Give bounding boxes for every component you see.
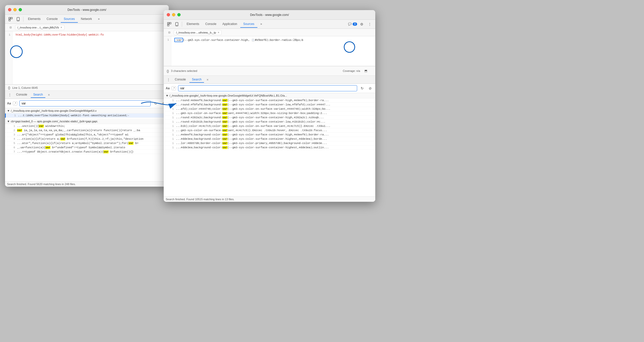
result-line-7-left: 6 <box>10 146 15 149</box>
file-tab-left[interactable]: /_/mss/boq-one-...t,_stam,jMb2Vb × <box>15 25 64 30</box>
result-text-6-left: ...ator",function(a){if(a)return a;a=Sym… <box>17 142 139 145</box>
panel-menu-icon-left[interactable]: ⋮ <box>7 93 13 97</box>
maximize-button-right[interactable] <box>177 13 181 16</box>
close-button-left[interactable] <box>8 8 11 11</box>
inspect-icon[interactable] <box>7 16 14 23</box>
result-row-12-right[interactable]: 1 ...#dde3ea;background-color:var(--gm3-… <box>164 146 375 150</box>
tab-more-left[interactable]: » <box>95 16 103 23</box>
result-file-header-2-left[interactable]: ▼ cb=gapi.loaded_0 — apis.google.com/_/s… <box>5 119 169 124</box>
coverage-label-right: Coverage: n/a <box>343 69 360 72</box>
search-input-left[interactable] <box>19 100 151 106</box>
result-line-2-left: 1 <box>10 125 15 128</box>
tab-console-left[interactable]: Console <box>44 16 61 23</box>
code-content-right[interactable]: :var(--gm3-sys-color-surface-container-h… <box>171 36 375 66</box>
file-tab-close-right[interactable]: × <box>218 31 219 34</box>
result-row-3-right[interactable]: 1 ...afd);color:#444746;color:var(--gm3-… <box>164 107 375 111</box>
panel-tab-search-right[interactable]: Search <box>189 77 204 83</box>
search-refresh-btn-right[interactable]: ↻ <box>359 86 365 91</box>
panel-close-left[interactable]: × <box>46 92 51 97</box>
result-text-1-left: ...t:100%;overflow:hidden}body{-webkit-f… <box>18 114 129 117</box>
search-aa-left[interactable]: Aa <box>7 102 11 105</box>
result-row-1-left[interactable]: 1 ...t:100%;overflow:hidden}body{-webkit… <box>5 113 169 118</box>
result-row-8-right[interactable]: 1 ...gm3-sys-color-on-surface-variant,#c… <box>164 128 375 133</box>
panel-tab-console-left[interactable]: Console <box>14 92 30 98</box>
search-footer-left: Search finished. Found 5620 matching lin… <box>5 181 169 187</box>
result-row-2-right[interactable]: 1 ...round:#f8fafd;background:var(--gm3-… <box>164 103 375 107</box>
result-row-7-left[interactable]: 6 _.ua=function(a){var b="undefined"!=ty… <box>5 146 169 150</box>
result-row-11-right[interactable]: 1 ...lor:#0b57d0;border-color:var(--gm3-… <box>164 141 375 146</box>
panel-menu-icon-right[interactable]: ⋮ <box>166 78 171 82</box>
result-row-4-right[interactable]: 1 ...gm3-sys-color-on-surface-variant,#4… <box>164 111 375 116</box>
line-numbers-left: 1 <box>5 31 13 84</box>
maximize-button-left[interactable] <box>19 8 22 11</box>
inspect-icon-right[interactable] <box>166 21 173 28</box>
tab-console-right[interactable]: Console <box>202 21 219 28</box>
tab-application-right[interactable]: Application <box>219 21 240 28</box>
panel-close-right[interactable]: × <box>205 77 210 82</box>
tab-sources-right[interactable]: Sources <box>240 21 257 28</box>
result-row-1-right[interactable]: 1 ...round:#e9eef6;background:var(--gm3-… <box>164 98 375 103</box>
minimize-button-right[interactable] <box>172 13 175 16</box>
tab-more-right[interactable]: » <box>257 21 265 28</box>
minimize-button-left[interactable] <box>13 8 17 11</box>
result-line-10-right: 1 <box>169 137 174 140</box>
tab-elements-right[interactable]: Elements <box>184 21 202 28</box>
mobile-icon-right[interactable] <box>173 21 180 28</box>
title-bar-right: DevTools - www.google.com/ <box>164 10 375 20</box>
result-row-6-right[interactable]: 1 ...round:#1b1b1b;background:var(--gm3-… <box>164 120 375 124</box>
search-aa-right[interactable]: Aa <box>166 87 170 90</box>
window-title-left: DevTools - www.google.com/ <box>67 8 106 12</box>
sidebar-toggle-left[interactable]: ⊡ <box>7 24 14 31</box>
panel-tab-search-left[interactable]: Search <box>31 92 45 98</box>
result-file-arrow-1-left: ▼ <box>7 109 10 112</box>
result-row-2-left[interactable]: 1 ...unction(){var window=this; <box>5 124 169 128</box>
line-numbers-right: 1 <box>164 36 171 66</box>
result-text-9-right: ...#e9eef6;background-color:var(--gm3-sy… <box>176 133 329 136</box>
result-row-9-right[interactable]: 1 ...#e9eef6;background-color:var(--gm3-… <box>164 133 375 137</box>
search-regex-left[interactable]: .* <box>13 101 17 105</box>
settings-icon-right[interactable]: ⚙ <box>358 21 365 28</box>
result-line-1-left: 1 <box>11 114 16 117</box>
tab-sources-left[interactable]: Sources <box>61 16 78 23</box>
search-input-right[interactable] <box>178 85 357 91</box>
code-rest-right: (--gm3-sys-color-surface-container-high,… <box>183 38 303 42</box>
result-line-11-right: 1 <box>169 142 174 145</box>
file-tab-close-left[interactable]: × <box>60 26 62 29</box>
close-button-right[interactable] <box>167 13 170 16</box>
panel-tab-console-right[interactable]: Console <box>172 77 188 83</box>
mobile-icon[interactable] <box>15 16 22 23</box>
search-results-right: ▼ /_/mss/boq-one-google/_/ss/k=boq-one-g… <box>164 93 375 196</box>
result-row-7-right[interactable]: 1 ...b1b);color:#c4c7c5;color:var(--gm3-… <box>164 124 375 128</box>
search-clear-btn-right[interactable]: ⊘ <box>367 86 373 91</box>
tab-elements-left[interactable]: Elements <box>25 16 44 23</box>
coverage-expand-btn[interactable]: ⬒ <box>362 67 369 74</box>
result-text-1-right: ...round:#e9eef6;background:var(--gm3-sy… <box>176 99 329 102</box>
result-text-2-right: ...round:#f8fafd;background:var(--gm3-sy… <box>176 103 330 106</box>
result-file-header-1-right[interactable]: ▼ /_/mss/boq-one-google/_/ss/k=boq-one-g… <box>164 93 375 98</box>
sidebar-toggle-right[interactable]: ⊡ <box>166 29 173 36</box>
file-tab-label-right: /_/mss/boq-one-...uthview,_b,_tp <box>176 31 216 34</box>
result-row-3-left[interactable]: 2 var ia,ja,la,sa,ta,xa,ya,Ba;_.ca=funct… <box>5 128 169 133</box>
result-row-6-left[interactable]: 5 ...ator",function(a){if(a)return a;a=S… <box>5 141 169 146</box>
toolbar-divider-right <box>182 22 182 27</box>
search-bar-right: Aa .* ↻ ⊘ <box>164 84 375 93</box>
file-tab-right[interactable]: /_/mss/boq-one-...uthview,_b,_tp × <box>174 30 222 35</box>
search-regex-right[interactable]: .* <box>172 86 176 90</box>
code-area-left: 1 html,body{height:100%;overflow:hidden}… <box>5 31 169 84</box>
result-row-5-right[interactable]: 1 ...round:#282a2c;background:var(--gm3-… <box>164 116 375 120</box>
result-text-4-left: ...a=["object"==typeof globalThis&&globa… <box>17 133 128 136</box>
result-text-8-left: ...==typeof Object.create?Object.create:… <box>17 150 133 153</box>
result-row-5-left[interactable]: 4 ...ction(a){if(a)return a;var b=functi… <box>5 137 169 141</box>
result-text-3-left: var ia,ja,la,sa,ta,xa,ya,Ba;_.ca=functio… <box>17 129 140 132</box>
svg-rect-2 <box>11 17 12 19</box>
toolbar-left: Elements Console Sources Network » <box>5 15 169 24</box>
result-row-4-left[interactable]: 3 ...a=["object"==typeof globalThis&&glo… <box>5 133 169 137</box>
tab-network-left[interactable]: Network <box>78 16 95 23</box>
result-file-name-1-left: /_/mss/boq-one-google/_/ss/k=boq-one-goo… <box>11 109 96 112</box>
svg-rect-6 <box>167 22 169 24</box>
menu-dots-right[interactable]: ⋮ <box>366 21 373 28</box>
code-content-left[interactable]: html,body{height:100%;overflow:hidden}bo… <box>13 31 169 84</box>
result-row-8-left[interactable]: 7 ...==typeof Object.create?Object.creat… <box>5 150 169 154</box>
arrow-svg <box>139 96 179 111</box>
result-row-10-right[interactable]: 1 ...#dde3ea;background-color:var(--gm3-… <box>164 137 375 141</box>
